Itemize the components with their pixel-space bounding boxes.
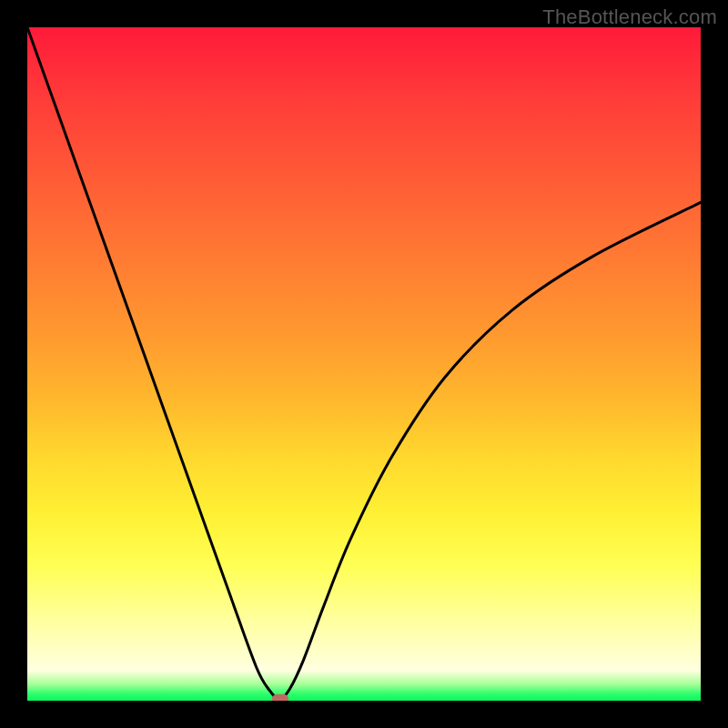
bottleneck-curve (27, 27, 701, 700)
plot-area (27, 27, 701, 701)
chart-frame: TheBottleneck.com (0, 0, 728, 728)
minimum-marker (272, 694, 288, 701)
watermark-text: TheBottleneck.com (542, 5, 717, 29)
curve-svg (27, 27, 701, 701)
